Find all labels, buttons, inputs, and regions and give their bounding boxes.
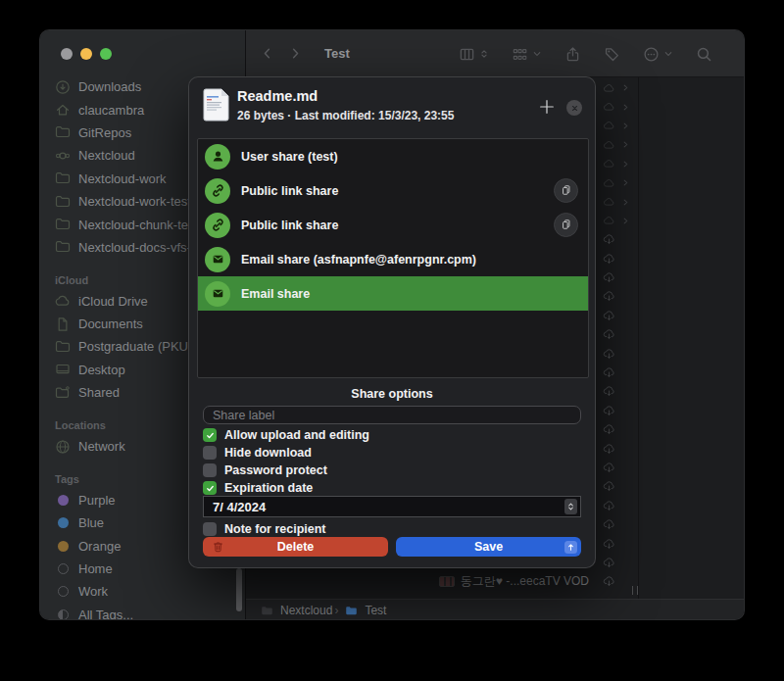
forward-button[interactable] <box>288 46 303 61</box>
group-icon <box>512 46 528 63</box>
expiration-date-field[interactable]: 7/ 4/2024 <box>203 496 581 517</box>
checkbox-expiration-date[interactable]: Expiration date <box>203 480 313 496</box>
share-row-email-1[interactable]: Email share (asfnapnfe@afenrpgnr.cpm) <box>198 242 588 276</box>
group-by-button[interactable] <box>512 46 542 63</box>
ellipsis-icon <box>643 46 660 63</box>
delete-button[interactable]: Delete <box>203 537 388 557</box>
search-icon <box>696 46 712 63</box>
share-row-email-2[interactable]: Email share <box>198 276 588 311</box>
checkbox-note-for-recipient[interactable]: Note for recipient <box>203 521 326 537</box>
share-row-public-link-1[interactable]: Public link share <box>198 173 588 208</box>
delete-button-label: Delete <box>277 540 315 554</box>
checkbox-label: Expiration date <box>224 481 313 495</box>
share-label-input[interactable] <box>203 406 581 424</box>
sidebar-item-tag-work[interactable]: Work <box>55 580 245 603</box>
tag-icon <box>604 46 620 63</box>
checkbox-box[interactable] <box>203 428 217 442</box>
breadcrumb-separator: › <box>334 604 338 617</box>
sidebar-item-label: Blue <box>78 515 104 530</box>
sidebar-item-label: GitRepos <box>78 125 131 140</box>
search-button[interactable] <box>696 46 712 63</box>
chevron-right-icon <box>621 140 630 149</box>
checkbox-label: Allow upload and editing <box>224 428 369 442</box>
cloud-download-icon <box>602 233 616 246</box>
sidebar-item-label: Home <box>78 561 113 576</box>
sidebar-item-all-tags[interactable]: All Tags... <box>55 604 245 620</box>
tags-button[interactable] <box>604 46 620 63</box>
folder-icon <box>260 605 274 617</box>
cloud-icon <box>55 293 71 309</box>
home-tag-icon <box>58 563 69 574</box>
checkbox-label: Password protect <box>224 463 327 477</box>
cloud-download-icon <box>602 253 616 266</box>
desktop-icon <box>55 362 71 377</box>
folder-icon <box>55 217 71 232</box>
column-resize-handle[interactable] <box>632 586 638 595</box>
share-row-public-link-2[interactable]: Public link share <box>198 208 588 242</box>
column-divider[interactable] <box>638 77 639 599</box>
folder-icon <box>55 194 71 210</box>
breadcrumb-label: Test <box>365 604 386 617</box>
up-down-chevron-icon <box>566 501 575 512</box>
breadcrumb-root[interactable]: Nextcloud <box>260 604 332 617</box>
minimize-window-button[interactable] <box>80 48 92 60</box>
cloud-download-icon <box>602 518 616 531</box>
sidebar-item-label: Work <box>78 584 108 599</box>
markdown-file-icon <box>203 88 229 122</box>
video-thumbnail-icon <box>439 576 455 587</box>
share-icon <box>564 46 581 63</box>
checkbox-password-protect[interactable]: Password protect <box>203 462 327 478</box>
sidebar-item-label: Downloads <box>78 79 141 94</box>
cloud-download-icon <box>602 405 616 417</box>
sidebar-item-label: Orange <box>78 539 121 554</box>
sidebar-item-label: Nextcloud-work <box>78 171 167 186</box>
share-row-user[interactable]: User share (test) <box>198 139 588 173</box>
checkbox-box[interactable] <box>203 481 217 495</box>
orange-tag-icon <box>58 541 69 552</box>
back-button[interactable] <box>260 46 274 61</box>
trash-icon <box>212 540 224 554</box>
cloud-download-icon <box>602 538 616 551</box>
add-share-button[interactable] <box>538 98 556 116</box>
check-icon <box>206 484 215 493</box>
copy-link-button[interactable] <box>554 213 578 237</box>
more-actions-button[interactable] <box>643 46 673 63</box>
cloud-download-icon <box>602 557 616 569</box>
zoom-window-button[interactable] <box>100 48 112 60</box>
sidebar-scrollbar[interactable] <box>236 568 242 611</box>
cloud-icon <box>602 177 616 189</box>
share-button[interactable] <box>564 46 581 63</box>
save-button[interactable]: Save <box>396 537 581 557</box>
cloud-icon <box>602 196 616 208</box>
shared-folder-icon <box>55 385 71 401</box>
checkbox-box[interactable] <box>203 522 217 536</box>
titlebar: Test <box>246 30 745 77</box>
close-dialog-button[interactable] <box>566 100 582 116</box>
checkbox-label: Hide download <box>224 446 312 460</box>
all-tags-icon <box>58 609 69 620</box>
checkbox-allow-upload[interactable]: Allow upload and editing <box>203 427 369 443</box>
close-window-button[interactable] <box>61 48 73 60</box>
breadcrumb-current[interactable]: Test <box>344 604 386 617</box>
view-mode-button[interactable] <box>459 46 489 63</box>
download-icon <box>55 79 71 95</box>
desktop: Downloads claucambra GitRepos Nextcloud … <box>0 0 784 681</box>
email-share-icon <box>205 281 230 307</box>
date-stepper[interactable] <box>564 499 577 514</box>
cloud-download-icon <box>602 462 616 474</box>
file-name-label: 동그란♥ -...eecaTV VOD <box>461 573 589 590</box>
save-button-label: Save <box>474 540 503 554</box>
user-share-icon <box>205 144 230 170</box>
file-row[interactable]: 동그란♥ -...eecaTV VOD <box>246 572 638 591</box>
folder-icon <box>344 605 359 617</box>
cloud-icon <box>602 101 616 113</box>
cloud-download-icon <box>602 480 616 493</box>
checkbox-box[interactable] <box>203 463 217 477</box>
cloud-download-icon <box>602 385 616 398</box>
cloud-icon <box>602 82 616 94</box>
checkbox-hide-download[interactable]: Hide download <box>203 445 312 461</box>
checkbox-box[interactable] <box>203 446 217 460</box>
copy-link-button[interactable] <box>554 178 578 203</box>
chevron-down-icon <box>532 49 542 59</box>
cloud-download-icon <box>602 348 616 361</box>
